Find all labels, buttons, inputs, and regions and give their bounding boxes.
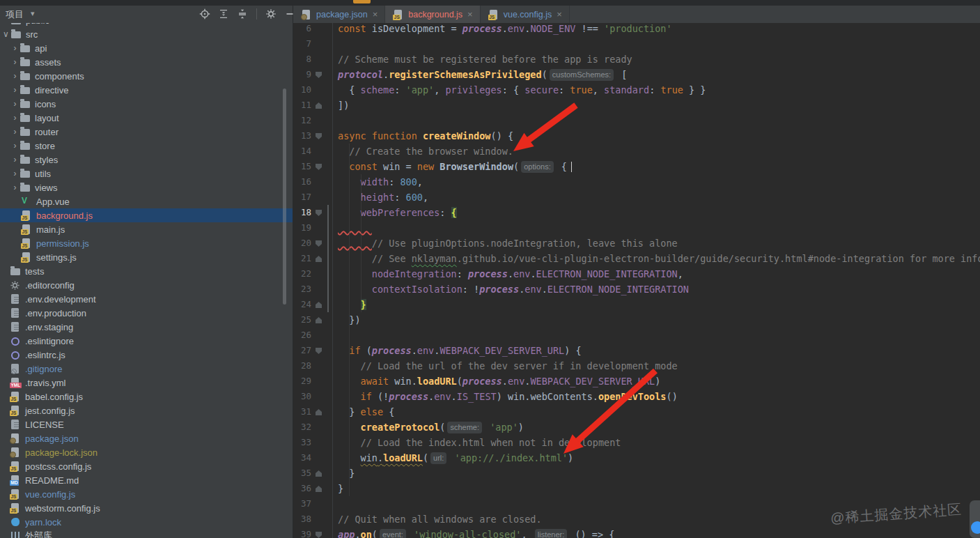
fold-marker-icon[interactable] bbox=[316, 256, 322, 262]
fold-marker-icon[interactable] bbox=[316, 317, 322, 323]
tree-item-icons[interactable]: ›icons bbox=[0, 97, 293, 111]
tree-item-styles[interactable]: ›styles bbox=[0, 153, 293, 167]
chevron-collapsed-icon[interactable]: › bbox=[10, 139, 20, 153]
tab-close-icon[interactable]: × bbox=[467, 10, 474, 19]
tree-item-src[interactable]: ∨src bbox=[0, 27, 293, 41]
chevron-collapsed-icon[interactable]: › bbox=[10, 69, 20, 83]
fold-marker-icon[interactable] bbox=[316, 302, 322, 308]
code-line-21[interactable]: 21 // See nklayman.github.io/vue-cli-plu… bbox=[293, 251, 980, 266]
tree-item-components[interactable]: ›components bbox=[0, 69, 293, 83]
code-line-29[interactable]: 29 await win.loadURL(process.env.WEBPACK… bbox=[293, 374, 980, 389]
tree-item-yarn.lock[interactable]: yarn.lock bbox=[0, 515, 293, 529]
tree-item-layout[interactable]: ›layout bbox=[0, 111, 293, 125]
code-line-39[interactable]: 39app.on(event: 'window-all-closed', lis… bbox=[293, 527, 980, 538]
code-line-26[interactable]: 26 bbox=[293, 328, 980, 343]
tree-item-App.vue[interactable]: VApp.vue bbox=[0, 194, 293, 208]
fold-marker-icon[interactable] bbox=[316, 532, 322, 538]
tab-close-icon[interactable]: × bbox=[372, 10, 379, 19]
tree-item-vue.config.js[interactable]: JSvue.config.js bbox=[0, 487, 293, 501]
tree-item-.eslintignore[interactable]: .eslintignore bbox=[0, 334, 293, 348]
tree-item-babel.config.js[interactable]: JSbabel.config.js bbox=[0, 390, 293, 404]
code-line-33[interactable]: 33 // Load the index.html when not in de… bbox=[293, 435, 980, 450]
code-line-30[interactable]: 30 if (!process.env.IS_TEST) win.webCont… bbox=[293, 389, 980, 404]
tree-item-tests[interactable]: tests bbox=[0, 264, 293, 278]
fold-marker-icon[interactable] bbox=[316, 210, 322, 216]
code-line-14[interactable]: 14 // Create the browser window. bbox=[293, 144, 980, 159]
chevron-collapsed-icon[interactable]: › bbox=[10, 167, 20, 180]
tree-item-store[interactable]: ›store bbox=[0, 139, 293, 153]
collapse-all-icon[interactable] bbox=[237, 8, 248, 20]
tree-item-LICENSE[interactable]: LICENSE bbox=[0, 417, 293, 431]
code-line-8[interactable]: 8// Scheme must be registered before the… bbox=[293, 52, 980, 67]
code-line-18[interactable]: 18 webPreferences: { bbox=[293, 205, 980, 220]
code-line-35[interactable]: 35 } bbox=[293, 466, 980, 481]
code-line-34[interactable]: 34 win.loadURL(url: 'app://./index.html'… bbox=[293, 450, 980, 466]
chevron-collapsed-icon[interactable]: › bbox=[10, 180, 20, 194]
tree-item-main.js[interactable]: JSmain.js bbox=[0, 222, 293, 236]
code-line-22[interactable]: 22 nodeIntegration: process.env.ELECTRON… bbox=[293, 266, 980, 282]
fold-marker-icon[interactable] bbox=[316, 102, 322, 109]
tab-vue.config.js[interactable]: JSvue.config.js× bbox=[481, 6, 570, 23]
chevron-expanded-icon[interactable]: ∨ bbox=[1, 27, 10, 41]
locate-icon[interactable] bbox=[199, 8, 210, 20]
tree-item-permission.js[interactable]: JSpermission.js bbox=[0, 236, 293, 250]
fold-marker-icon[interactable] bbox=[316, 470, 322, 477]
fold-marker-icon[interactable] bbox=[316, 409, 322, 415]
tree-item-外部库[interactable]: 外部库 bbox=[0, 529, 293, 538]
tree-item-package.json[interactable]: package.json bbox=[0, 431, 293, 445]
settings-icon[interactable] bbox=[265, 8, 277, 20]
code-line-17[interactable]: 17 height: 600, bbox=[293, 190, 980, 205]
chevron-collapsed-icon[interactable]: › bbox=[10, 111, 20, 125]
code-line-19[interactable]: 19 bbox=[293, 220, 980, 236]
chevron-down-icon[interactable]: ▾ bbox=[31, 9, 35, 18]
chevron-collapsed-icon[interactable]: › bbox=[10, 153, 20, 167]
fold-marker-icon[interactable] bbox=[316, 240, 322, 247]
code-line-9[interactable]: 9protocol.registerSchemesAsPrivileged(cu… bbox=[293, 67, 980, 82]
code-line-11[interactable]: 11]) bbox=[293, 98, 980, 113]
tree-item-package-lock.json[interactable]: package-lock.json bbox=[0, 445, 293, 459]
fold-marker-icon[interactable] bbox=[316, 133, 322, 139]
tree-item-.env.production[interactable]: .env.production bbox=[0, 306, 293, 320]
tree-item-webstorm.config.js[interactable]: JSwebstorm.config.js bbox=[0, 501, 293, 515]
code-line-27[interactable]: 27 if (process.env.WEBPACK_DEV_SERVER_UR… bbox=[293, 343, 980, 358]
tree-item-jest.config.js[interactable]: JSjest.config.js bbox=[0, 404, 293, 417]
expand-all-icon[interactable] bbox=[218, 8, 229, 20]
tree-item-api[interactable]: ›api bbox=[0, 41, 293, 55]
code-line-28[interactable]: 28 // Load the url of the dev server if … bbox=[293, 358, 980, 374]
tree-item-assets[interactable]: ›assets bbox=[0, 55, 293, 69]
fold-marker-icon[interactable] bbox=[316, 164, 322, 170]
code-line-31[interactable]: 31 } else { bbox=[293, 404, 980, 420]
tree-item-utils[interactable]: ›utils bbox=[0, 167, 293, 180]
code-line-20[interactable]: 20 // Use pluginOptions.nodeIntegration,… bbox=[293, 236, 980, 251]
tree-item-.travis.yml[interactable]: YML.travis.yml bbox=[0, 376, 293, 390]
code-line-13[interactable]: 13async function createWindow() { bbox=[293, 128, 980, 144]
fold-marker-icon[interactable] bbox=[316, 348, 322, 354]
tree-scrollbar[interactable] bbox=[283, 89, 286, 305]
code-line-15[interactable]: 15 const win = new BrowserWindow(options… bbox=[293, 159, 980, 174]
code-line-25[interactable]: 25 }) bbox=[293, 312, 980, 328]
tab-close-icon[interactable]: × bbox=[556, 10, 563, 19]
chevron-collapsed-icon[interactable]: › bbox=[10, 83, 20, 97]
code-editor[interactable]: 6const isDevelopment = process.env.NODE_… bbox=[293, 23, 980, 538]
tab-background.js[interactable]: JSbackground.js× bbox=[385, 6, 480, 23]
chevron-collapsed-icon[interactable]: › bbox=[10, 97, 20, 111]
tree-item-router[interactable]: ›router bbox=[0, 125, 293, 139]
code-line-16[interactable]: 16 width: 800, bbox=[293, 174, 980, 190]
code-line-6[interactable]: 6const isDevelopment = process.env.NODE_… bbox=[293, 23, 980, 36]
tree-item-background.js[interactable]: JSbackground.js bbox=[0, 208, 293, 222]
tab-package.json[interactable]: package.json× bbox=[293, 6, 385, 23]
code-line-10[interactable]: 10 { scheme: 'app', privileges: { secure… bbox=[293, 82, 980, 98]
chevron-collapsed-icon[interactable]: › bbox=[10, 125, 20, 139]
project-panel-title[interactable]: 项目 bbox=[6, 8, 24, 21]
code-line-32[interactable]: 32 createProtocol(scheme: 'app') bbox=[293, 420, 980, 435]
code-line-7[interactable]: 7 bbox=[293, 36, 980, 52]
tree-item-postcss.config.js[interactable]: JSpostcss.config.js bbox=[0, 459, 293, 473]
tree-item-settings.js[interactable]: JSsettings.js bbox=[0, 250, 293, 264]
tree-item-views[interactable]: ›views bbox=[0, 180, 293, 194]
code-line-36[interactable]: 36} bbox=[293, 481, 980, 496]
tree-item-.gitignore[interactable]: .gitignore bbox=[0, 362, 293, 376]
tree-item-.env.staging[interactable]: .env.staging bbox=[0, 320, 293, 334]
fold-marker-icon[interactable] bbox=[316, 486, 322, 492]
tree-item-.editorconfig[interactable]: .editorconfig bbox=[0, 278, 293, 292]
tree-item-.env.development[interactable]: .env.development bbox=[0, 292, 293, 306]
